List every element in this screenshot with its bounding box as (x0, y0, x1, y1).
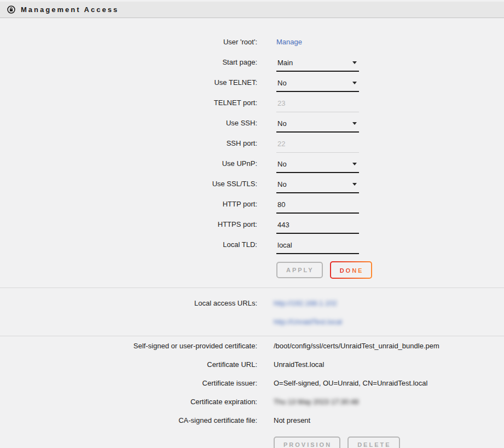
row-ssh-port: SSH port: (0, 133, 504, 153)
https-port-label: HTTPS port: (0, 220, 257, 228)
certificate-url-label: Certificate URL: (0, 360, 257, 369)
row-https-port: HTTPS port: (0, 214, 504, 234)
use-telnet-label: Use TELNET: (0, 78, 257, 87)
dropdown-arrow-icon (352, 183, 357, 186)
use-ssl-value: No (277, 180, 287, 188)
provision-button: PROVISION (274, 436, 340, 448)
dropdown-arrow-icon (352, 61, 357, 64)
local-access-label: Local access URLs: (0, 299, 257, 307)
dropdown-arrow-icon (352, 163, 357, 165)
certificate-issuer-value: O=Self-signed, OU=Unraid, CN=UnraidTest.… (274, 379, 427, 387)
row-certificate-url: Certificate URL: UnraidTest.local (0, 355, 504, 374)
http-port-input[interactable] (276, 200, 359, 214)
ca-signed-cert-value: Not present (274, 416, 310, 424)
start-page-value: Main (277, 59, 293, 67)
local-tld-input[interactable] (276, 241, 359, 254)
done-button-label: DONE (340, 267, 364, 274)
delete-button: DELETE (347, 436, 399, 448)
row-certificate-expiration: Certificate expiration: Thu 13 May 2023 … (0, 392, 504, 411)
row-certificate-issuer: Certificate issuer: O=Self-signed, OU=Un… (0, 374, 504, 392)
row-local-access-url-2: http://UnraidTest.local (0, 312, 504, 331)
dropdown-arrow-icon (352, 122, 357, 125)
local-access-section: Local access URLs: http://192.168.1.102 … (0, 288, 504, 336)
certificate-section: Self-signed or user-provided certificate… (0, 336, 504, 448)
start-page-select[interactable]: Main (276, 59, 359, 72)
form-button-row: APPLY DONE (0, 258, 504, 282)
use-upnp-value: No (277, 160, 287, 168)
start-page-label: Start page: (0, 58, 257, 66)
dropdown-arrow-icon (352, 82, 357, 84)
lock-circle-icon (7, 5, 15, 14)
use-upnp-label: Use UPnP: (0, 159, 257, 168)
use-ssh-select[interactable]: No (276, 119, 359, 133)
row-http-port: HTTP port: (0, 194, 504, 214)
use-ssl-select[interactable]: No (276, 180, 359, 193)
ssh-port-input (276, 140, 359, 153)
management-access-form: User 'root': Manage Start page: Main Use… (0, 18, 504, 288)
certificate-url-value: UnraidTest.local (274, 360, 325, 369)
certificate-issuer-label: Certificate issuer: (0, 379, 257, 387)
row-user-root: User 'root': Manage (0, 32, 504, 52)
row-start-page: Start page: Main (0, 52, 504, 72)
certificate-expiration-label: Certificate expiration: (0, 398, 257, 406)
use-ssh-label: Use SSH: (0, 119, 257, 127)
use-upnp-select[interactable]: No (276, 160, 359, 173)
row-self-signed-cert: Self-signed or user-provided certificate… (0, 336, 504, 355)
row-ca-signed-cert: CA-signed certificate file: Not present (0, 411, 504, 429)
ca-signed-cert-label: CA-signed certificate file: (0, 416, 257, 424)
ssh-port-label: SSH port: (0, 139, 257, 147)
local-tld-label: Local TLD: (0, 240, 257, 249)
local-access-url-link[interactable]: http://UnraidTest.local (274, 318, 342, 326)
row-local-access-url-1: Local access URLs: http://192.168.1.102 (0, 294, 504, 312)
telnet-port-label: TELNET port: (0, 99, 257, 107)
self-signed-cert-value: /boot/config/ssl/certs/UnraidTest_unraid… (274, 342, 439, 350)
titlebar: Management Access (0, 1, 504, 18)
row-use-ssl: Use SSL/TLS: No (0, 174, 504, 194)
use-telnet-value: No (277, 79, 287, 87)
http-port-label: HTTP port: (0, 200, 257, 208)
row-telnet-port: TELNET port: (0, 93, 504, 113)
https-port-input[interactable] (276, 221, 359, 234)
telnet-port-input (276, 99, 359, 112)
row-use-ssh: Use SSH: No (0, 113, 504, 133)
use-ssh-value: No (277, 119, 287, 128)
manage-link[interactable]: Manage (276, 38, 302, 46)
row-local-tld: Local TLD: (0, 234, 504, 255)
use-ssl-label: Use SSL/TLS: (0, 180, 257, 188)
done-button[interactable]: DONE (330, 261, 373, 279)
certificate-expiration-value: Thu 13 May 2023 17:30:48 (274, 398, 358, 406)
use-telnet-select[interactable]: No (276, 79, 359, 92)
row-use-telnet: Use TELNET: No (0, 72, 504, 93)
certificate-button-row: PROVISION DELETE (0, 433, 504, 448)
apply-button: APPLY (276, 262, 323, 278)
page-title: Management Access (21, 5, 119, 14)
local-access-url-link[interactable]: http://192.168.1.102 (274, 299, 337, 307)
user-root-label: User 'root': (0, 38, 257, 46)
row-use-upnp: Use UPnP: No (0, 153, 504, 174)
self-signed-cert-label: Self-signed or user-provided certificate… (0, 342, 257, 350)
